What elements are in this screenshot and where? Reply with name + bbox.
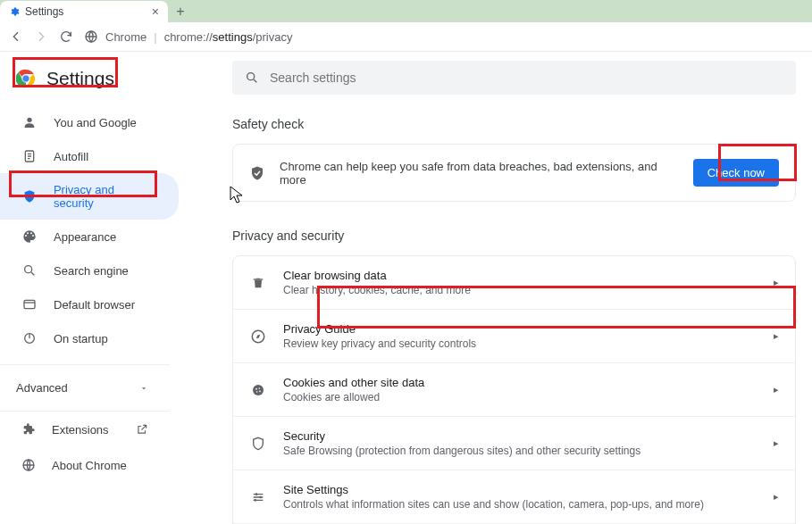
sidebar-item-on-startup[interactable]: On startup — [0, 321, 179, 355]
advanced-label: Advanced — [16, 381, 68, 395]
search-icon — [21, 263, 38, 278]
gear-icon — [9, 6, 20, 17]
section-title-safety: Safety check — [232, 117, 796, 131]
search-bar[interactable] — [232, 61, 796, 95]
row-cookies[interactable]: Cookies and other site dataCookies are a… — [233, 363, 795, 417]
extension-icon — [21, 422, 36, 437]
row-sub: Safe Browsing (protection from dangerous… — [283, 445, 758, 457]
sidebar-item-label: Appearance — [54, 230, 116, 244]
close-icon[interactable]: × — [152, 4, 159, 19]
svg-point-17 — [255, 493, 258, 495]
cookie-icon — [249, 383, 267, 397]
sidebar-item-privacy[interactable]: Privacy and security — [0, 173, 179, 220]
row-security[interactable]: SecuritySafe Browsing (protection from d… — [233, 417, 795, 470]
shield-check-icon — [249, 165, 265, 181]
page-title: Settings — [46, 68, 114, 89]
sidebar-item-label: Privacy and security — [54, 183, 157, 210]
chevron-right-icon: ▸ — [774, 437, 779, 449]
row-title: Cookies and other site data — [283, 376, 758, 389]
svg-point-19 — [254, 499, 256, 502]
row-title: Security — [283, 429, 758, 443]
browser-toolbar: Chrome | chrome://settings/privacy — [0, 22, 812, 52]
safety-check-card: Chrome can help keep you safe from data … — [232, 144, 796, 202]
trash-icon — [249, 276, 267, 290]
row-title: Site Settings — [283, 483, 758, 496]
compass-icon — [249, 329, 267, 345]
row-title: Privacy Guide — [283, 322, 758, 336]
sidebar-item-appearance[interactable]: Appearance — [0, 220, 179, 254]
safety-check-text: Chrome can help keep you safe from data … — [280, 160, 679, 187]
forward-button[interactable] — [34, 29, 48, 44]
svg-point-4 — [27, 118, 31, 122]
security-icon — [249, 437, 267, 451]
svg-rect-7 — [24, 300, 35, 308]
svg-point-15 — [256, 391, 258, 393]
sidebar-item-label: Search engine — [54, 264, 129, 278]
sidebar-item-label: You and Google — [54, 116, 137, 129]
address-bar[interactable]: Chrome | chrome://settings/privacy — [84, 29, 292, 44]
sidebar-item-label: About Chrome — [52, 459, 127, 472]
svg-point-18 — [259, 495, 262, 498]
new-tab-button[interactable]: + — [168, 1, 193, 22]
url-separator: | — [154, 30, 156, 44]
browser-icon — [21, 297, 38, 312]
browser-tab[interactable]: Settings × — [0, 1, 168, 22]
row-site-settings[interactable]: Site SettingsControls what information s… — [233, 470, 795, 524]
svg-point-6 — [25, 266, 32, 273]
power-icon — [21, 331, 38, 345]
app-header: Settings — [0, 61, 232, 96]
tab-strip: Settings × + — [0, 0, 812, 22]
sidebar-item-default-browser[interactable]: Default browser — [0, 287, 179, 321]
sidebar-item-you-and-google[interactable]: You and Google — [0, 105, 179, 139]
row-sub: Cookies are allowed — [283, 391, 758, 403]
reload-button[interactable] — [59, 29, 73, 44]
url: chrome://settings/privacy — [164, 30, 293, 44]
open-external-icon — [136, 423, 148, 436]
url-scheme: Chrome — [105, 30, 146, 44]
chrome-logo-icon — [16, 69, 36, 88]
back-button[interactable] — [9, 29, 23, 44]
svg-point-13 — [255, 387, 257, 389]
row-sub: Clear history, cookies, cache, and more — [283, 284, 758, 296]
svg-point-16 — [259, 390, 261, 392]
search-input[interactable] — [270, 71, 783, 85]
sidebar-item-label: Autofill — [54, 150, 88, 163]
chevron-right-icon: ▸ — [774, 384, 779, 395]
chevron-down-icon — [139, 384, 148, 393]
sliders-icon — [249, 490, 267, 504]
autofill-icon — [21, 149, 38, 163]
section-title-privacy: Privacy and security — [232, 229, 796, 243]
row-title: Clear browsing data — [283, 269, 758, 282]
row-privacy-guide[interactable]: Privacy GuideReview key privacy and secu… — [233, 310, 795, 363]
row-sub: Controls what information sites can use … — [283, 498, 758, 511]
person-icon — [21, 115, 38, 129]
advanced-toggle[interactable]: Advanced — [0, 364, 170, 411]
sidebar-item-search-engine[interactable]: Search engine — [0, 254, 179, 287]
shield-icon — [21, 189, 38, 204]
sidebar-item-about[interactable]: About Chrome — [0, 447, 170, 483]
sidebar-item-label: On startup — [54, 332, 108, 345]
row-sub: Review key privacy and security controls — [283, 337, 758, 350]
sidebar-item-extensions[interactable]: Extensions — [0, 411, 170, 447]
chevron-right-icon: ▸ — [774, 330, 779, 342]
sidebar: Settings You and Google Autofill Privacy… — [0, 52, 232, 524]
sidebar-item-autofill[interactable]: Autofill — [0, 139, 179, 173]
chevron-right-icon: ▸ — [774, 491, 779, 503]
chevron-right-icon: ▸ — [774, 277, 779, 288]
globe-icon — [84, 29, 98, 44]
svg-point-14 — [259, 387, 261, 389]
globe-icon — [21, 458, 36, 472]
svg-point-10 — [247, 73, 255, 80]
sidebar-item-label: Extensions — [52, 423, 109, 437]
palette-icon — [21, 229, 38, 244]
check-now-button[interactable]: Check now — [693, 159, 779, 187]
svg-point-12 — [253, 385, 264, 395]
main-content: Safety check Chrome can help keep you sa… — [232, 52, 812, 524]
sidebar-item-label: Default browser — [54, 298, 135, 312]
tab-title: Settings — [25, 5, 63, 18]
search-icon — [245, 71, 259, 85]
privacy-card: Clear browsing dataClear history, cookie… — [232, 255, 796, 524]
row-clear-browsing-data[interactable]: Clear browsing dataClear history, cookie… — [233, 256, 795, 310]
